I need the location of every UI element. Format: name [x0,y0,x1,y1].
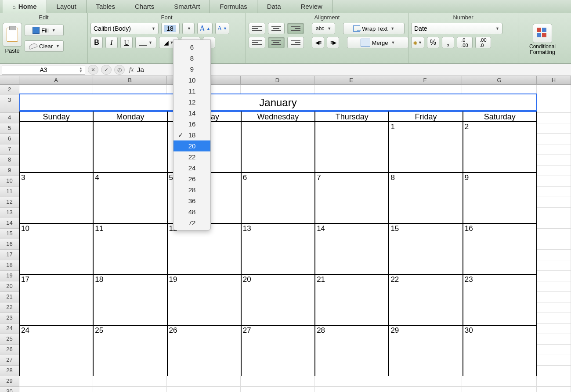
tab-smartart[interactable]: SmartArt [164,0,210,13]
cell-H29[interactable] [537,376,571,387]
column-header-E[interactable]: E [314,76,388,85]
row-header-28[interactable]: 28 [0,366,19,376]
align-center-button[interactable] [268,37,285,48]
tab-layout[interactable]: Layout [47,0,87,13]
font-size-option-48[interactable]: 48 [173,206,210,217]
calendar-day-cell[interactable]: 18 [93,274,167,325]
font-size-select[interactable] [161,23,180,34]
cell-E29[interactable] [314,376,388,387]
row-header-15[interactable]: 15 [0,229,19,239]
comma-button[interactable]: , [442,37,454,48]
calendar-day-cell[interactable]: 3 [19,173,93,223]
calendar-day-cell[interactable]: 8 [389,173,463,223]
calendar-day-cell[interactable]: 16 [463,223,537,274]
underline-button[interactable]: U [120,37,133,48]
cell-H23[interactable] [537,313,571,324]
cell-H5[interactable] [537,123,571,134]
merge-button[interactable]: Merge▼ [347,37,408,48]
cell-G30[interactable] [462,387,537,392]
font-size-option-28[interactable]: 28 [173,184,210,195]
cell-H9[interactable] [537,165,571,176]
name-box-stepper[interactable]: ▲▼ [78,67,84,73]
row-header-24[interactable]: 24 [0,324,19,334]
tab-charts[interactable]: Charts [125,0,164,13]
row-header-6[interactable]: 6 [0,134,19,144]
row-header-2[interactable]: 2 [0,85,19,95]
row-header-21[interactable]: 21 [0,292,19,302]
column-header-H[interactable]: H [537,76,571,85]
cell-H3[interactable] [537,95,571,113]
calendar-day-cell[interactable]: 14 [315,223,389,274]
shrink-font-button[interactable]: A▼ [215,23,229,34]
row-header-20[interactable]: 20 [0,281,19,292]
cell-A30[interactable] [19,387,93,392]
row-header-9[interactable]: 9 [0,165,19,176]
cell-H13[interactable] [537,208,571,218]
column-header-D[interactable]: D [241,76,314,85]
font-size-dropdown[interactable]: 6891011121416182022242628364872 [173,40,211,230]
italic-button[interactable]: I [105,37,118,48]
calendar-day-cell[interactable]: 15 [389,223,463,274]
calendar-day-cell[interactable]: 4 [93,173,167,223]
formula-content[interactable]: Ja [137,66,144,73]
align-bottom-button[interactable] [287,23,304,34]
calendar-day-cell[interactable]: 29 [389,325,463,376]
calendar-day-cell[interactable]: 9 [463,173,537,223]
align-middle-button[interactable] [268,23,285,34]
cell-D30[interactable] [241,387,314,392]
column-header-A[interactable]: A [19,76,93,85]
cell-F30[interactable] [388,387,462,392]
fill-button[interactable]: Fill ▼ [25,25,64,36]
font-size-option-24[interactable]: 24 [173,162,210,173]
row-header-3[interactable]: 3 [0,95,19,113]
row-header-23[interactable]: 23 [0,313,19,324]
cell-H12[interactable] [537,197,571,208]
calendar-day-cell[interactable]: 10 [19,223,93,274]
row-header-13[interactable]: 13 [0,208,19,218]
grow-font-button[interactable]: A▲ [197,23,213,34]
row-header-4[interactable]: 4 [0,113,19,123]
select-all-corner[interactable] [0,76,19,85]
cell-H11[interactable] [537,187,571,197]
row-header-11[interactable]: 11 [0,187,19,197]
cell-H16[interactable] [537,239,571,250]
orientation-button[interactable]: abc▼ [312,23,335,34]
calendar-day-cell[interactable]: 21 [315,274,389,325]
row-header-18[interactable]: 18 [0,260,19,271]
calendar-day-cell[interactable]: 25 [93,325,167,376]
tab-formulas[interactable]: Formulas [210,0,257,13]
calendar-day-cell[interactable]: 26 [167,325,241,376]
calendar-day-cell[interactable]: 30 [463,325,537,376]
row-header-17[interactable]: 17 [0,250,19,260]
increase-indent-button[interactable]: ≡▶ [327,37,339,48]
calendar-day-cell[interactable] [315,122,389,173]
align-right-button[interactable] [287,37,304,48]
calendar-day-cell[interactable] [93,122,167,173]
row-header-8[interactable]: 8 [0,155,19,165]
row-header-26[interactable]: 26 [0,345,19,355]
calendar-day-cell[interactable]: 6 [241,173,315,223]
formula-history-button[interactable]: ◴ [114,65,125,75]
cell-H4[interactable] [537,113,571,123]
spreadsheet-grid[interactable]: ABCDEFGH 2345678910111213141516171819202… [0,76,571,392]
font-size-option-8[interactable]: 8 [173,53,210,64]
calendar-day-cell[interactable] [241,122,315,173]
tab-home[interactable]: ⌂Home [3,0,47,13]
font-size-option-26[interactable]: 26 [173,173,210,184]
font-size-option-36[interactable]: 36 [173,195,210,206]
calendar-day-cell[interactable]: 11 [93,223,167,274]
calendar-day-cell[interactable]: 22 [389,274,463,325]
calendar-day-cell[interactable]: 19 [167,274,241,325]
font-size-option-6[interactable]: 6 [173,42,210,53]
calendar-day-cell[interactable]: 27 [241,325,315,376]
calendar-day-cell[interactable]: 20 [241,274,315,325]
row-header-14[interactable]: 14 [0,218,19,229]
tab-review[interactable]: Review [291,0,332,13]
row-header-29[interactable]: 29 [0,376,19,387]
cell-H21[interactable] [537,292,571,302]
align-top-button[interactable] [249,23,265,34]
cell-C29[interactable] [167,376,241,387]
cell-H26[interactable] [537,345,571,355]
column-header-G[interactable]: G [462,76,537,85]
font-name-select[interactable]: Calibri (Body) ▼ [90,23,159,34]
